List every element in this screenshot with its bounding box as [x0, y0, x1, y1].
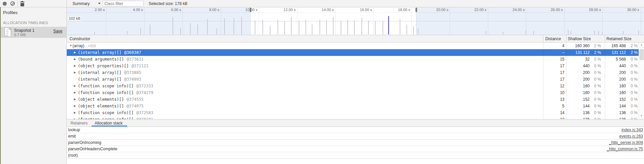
- allocation-bar[interactable]: [594, 30, 595, 34]
- allocation-bar[interactable]: [413, 26, 414, 34]
- allocation-bar[interactable]: [602, 32, 603, 34]
- allocation-bar[interactable]: [284, 21, 285, 34]
- tab-allocation-stack[interactable]: Allocation stack: [95, 121, 122, 126]
- allocation-bar[interactable]: [190, 23, 191, 34]
- allocation-bar[interactable]: [216, 28, 217, 34]
- expand-arrow-icon[interactable]: ▶: [74, 96, 77, 103]
- table-row[interactable]: ▶(object elements)[]@37407551440 %1440 %: [67, 103, 639, 109]
- allocation-bar[interactable]: [598, 31, 599, 34]
- allocation-bar[interactable]: [347, 20, 348, 34]
- allocation-bar[interactable]: [172, 17, 173, 34]
- table-row[interactable]: ▶(function scope info)[]@372583141360 %1…: [67, 109, 639, 116]
- column-header-constructor[interactable]: Constructor: [69, 36, 90, 41]
- allocation-bar[interactable]: [94, 32, 95, 34]
- table-row[interactable]: ▶(object properties)[]@371121174400 %440…: [67, 63, 639, 69]
- allocation-bar[interactable]: [341, 20, 341, 34]
- table-row[interactable]: ▶(function scope info)[]@374279101600 %1…: [67, 89, 639, 96]
- column-divider[interactable]: [543, 35, 543, 42]
- allocation-bar-selected[interactable]: [388, 16, 389, 34]
- allocation-bar[interactable]: [291, 17, 292, 34]
- table-row[interactable]: ▶(object elements)[]@374555131520 %1520 …: [67, 96, 639, 103]
- expand-arrow-icon[interactable]: ▶: [74, 56, 77, 63]
- allocation-bar[interactable]: [197, 24, 198, 34]
- allocation-bar[interactable]: [486, 31, 486, 34]
- allocation-bar[interactable]: [568, 30, 568, 34]
- allocation-bar[interactable]: [140, 28, 141, 34]
- table-row[interactable]: (internal array)[]@374093172000 %2000 %: [67, 76, 639, 83]
- stack-frame-row[interactable]: parserOnIncoming_http_server.js:809: [67, 140, 644, 146]
- allocation-bar[interactable]: [234, 18, 234, 34]
- stack-frame-row[interactable]: parserOnHeadersComplete_http_common.js:7…: [67, 146, 644, 152]
- allocation-bar[interactable]: [333, 17, 334, 34]
- allocation-bar[interactable]: [638, 30, 639, 34]
- class-filter-input[interactable]: [103, 1, 144, 6]
- allocation-bar[interactable]: [224, 18, 225, 34]
- allocation-bar[interactable]: [305, 20, 306, 34]
- allocation-bar[interactable]: [262, 20, 263, 34]
- source-link[interactable]: _http_common.js:75: [607, 147, 643, 151]
- expand-arrow-icon[interactable]: ▶: [74, 83, 77, 89]
- sidebar-item-snapshot-1[interactable]: % Snapshot 1 6.7 MB Save: [0, 27, 66, 38]
- source-link[interactable]: index.js:343: [622, 128, 643, 132]
- expand-arrow-icon[interactable]: ▶: [74, 63, 77, 69]
- scroll-up-icon[interactable]: ▲: [639, 44, 644, 46]
- source-link[interactable]: _http_server.js:809: [609, 140, 643, 145]
- column-divider[interactable]: [605, 35, 605, 42]
- table-row-selected[interactable]: ▶(internal array)[]@369387–131 1122 %131…: [67, 49, 639, 56]
- clear-all-profiles-button[interactable]: [10, 1, 15, 6]
- allocation-bar[interactable]: [299, 20, 299, 34]
- collapse-arrow-icon[interactable]: ▼: [69, 43, 73, 49]
- allocation-bar[interactable]: [623, 31, 624, 34]
- tab-retainers[interactable]: Retainers: [70, 121, 88, 126]
- delete-profile-button[interactable]: [20, 1, 24, 6]
- scrollbar-thumb[interactable]: [640, 49, 644, 60]
- allocation-bar[interactable]: [270, 26, 270, 34]
- column-header-shallow-size[interactable]: Shallow Size: [568, 36, 591, 41]
- allocation-bar[interactable]: [312, 24, 312, 34]
- allocation-bar[interactable]: [207, 19, 208, 34]
- table-row[interactable]: ▶(internal array)[]@373885172000 %2000 %: [67, 69, 639, 76]
- table-row[interactable]: ▶(function scope info)[]@372333121600 %1…: [67, 83, 639, 89]
- right-selection-grip[interactable]: [415, 8, 417, 12]
- perspective-dropdown[interactable]: Summary: [72, 1, 101, 6]
- expand-arrow-icon[interactable]: ▶: [74, 116, 77, 119]
- allocation-bar[interactable]: [383, 21, 383, 34]
- column-header-retained-size[interactable]: Retained Size: [606, 36, 632, 41]
- table-row[interactable]: ▼(array)×3154160 3602 %165 4882 %: [67, 43, 639, 49]
- allocation-bar[interactable]: [255, 20, 255, 34]
- allocation-bar[interactable]: [503, 32, 503, 34]
- allocation-bar[interactable]: [326, 20, 327, 34]
- allocation-bar[interactable]: [319, 20, 320, 34]
- allocation-bar[interactable]: [127, 31, 128, 34]
- expand-arrow-icon[interactable]: ▶: [74, 49, 77, 56]
- allocation-bar[interactable]: [361, 18, 362, 34]
- expand-arrow-icon[interactable]: ▶: [74, 103, 77, 109]
- allocation-bar[interactable]: [368, 20, 369, 34]
- table-row[interactable]: ▶(function scope info)[]@373191131360 %1…: [67, 116, 639, 119]
- vertical-scrollbar[interactable]: ▲ ▼: [639, 43, 644, 119]
- allocation-bar[interactable]: [375, 21, 376, 34]
- allocation-bar[interactable]: [533, 31, 534, 34]
- save-link[interactable]: Save: [53, 29, 62, 33]
- allocation-bar[interactable]: [400, 19, 400, 34]
- allocation-bar[interactable]: [418, 28, 418, 34]
- allocation-bar[interactable]: [354, 20, 355, 34]
- allocation-bar[interactable]: [150, 24, 150, 34]
- allocation-bar[interactable]: [241, 17, 242, 34]
- column-divider[interactable]: [566, 35, 566, 42]
- stack-frame-row[interactable]: emitevents.js:263: [67, 133, 644, 140]
- table-row[interactable]: ▶(bound arguments)[]@37361115320 %5 5680…: [67, 56, 639, 63]
- allocation-bar[interactable]: [406, 24, 407, 34]
- allocation-bar[interactable]: [526, 30, 526, 34]
- stack-frame-row[interactable]: lookupindex.js:343: [67, 127, 644, 133]
- column-header-distance[interactable]: Distance: [545, 36, 561, 41]
- left-selection-grip[interactable]: [250, 8, 251, 12]
- allocation-timeline-overview[interactable]: 2.00 s4.00 s6.00 s8.00 s10.00 s12.00 s14…: [67, 7, 644, 35]
- source-link[interactable]: events.js:263: [619, 134, 643, 139]
- scroll-down-icon[interactable]: ▼: [639, 114, 644, 117]
- allocation-bar[interactable]: [571, 31, 571, 34]
- allocation-bar[interactable]: [180, 28, 181, 34]
- expand-arrow-icon[interactable]: ▶: [74, 109, 77, 116]
- expand-arrow-icon[interactable]: ▶: [74, 69, 77, 76]
- record-button[interactable]: [3, 2, 7, 6]
